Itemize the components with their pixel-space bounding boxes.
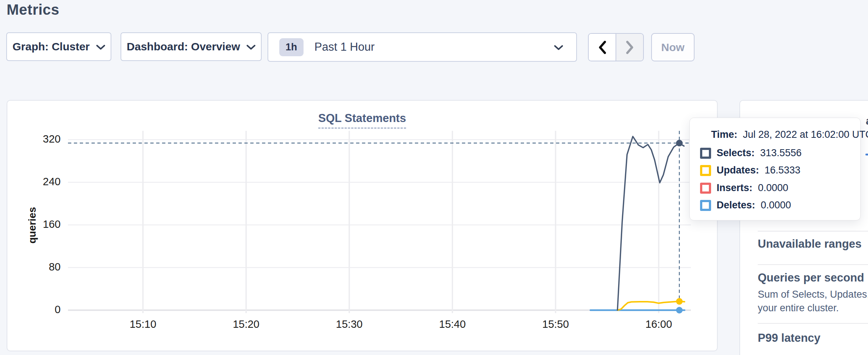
time-range-chip: 1h [279,38,304,56]
y-tick-label: 80 [15,261,61,273]
dashboard-dropdown-label: Dashboard: Overview [127,40,240,53]
tooltip-time-label: Time: [711,129,738,140]
x-tick-label: 15:50 [530,318,581,330]
tooltip-time-row: Time: Jul 28, 2022 at 16:02:00 UTC [711,129,868,140]
y-tick-label: 0 [15,304,61,316]
chart-hover-tooltip: Time: Jul 28, 2022 at 16:02:00 UTC Selec… [689,118,861,220]
y-tick-label: 160 [15,218,61,230]
tooltip-row-deletes: Deletes: 0.0000 [700,200,791,211]
tooltip-row-inserts: Inserts: 0.0000 [700,182,788,194]
tooltip-time-value: Jul 28, 2022 at 16:02:00 UTC [743,129,868,140]
clipped-heading-fragment: a [866,115,868,127]
chevron-down-icon [247,45,255,50]
chevron-down-icon [96,45,105,50]
time-range-picker[interactable]: 1h Past 1 Hour [268,32,577,62]
chart-title[interactable]: SQL Statements [318,112,406,129]
sidebar-item-p99-latency: P99 latency [758,331,821,345]
selects-series-swatch-icon [700,148,711,159]
tooltip-row-value: 16.5333 [765,165,801,176]
sidebar-item-description-line: your entire cluster. [758,302,839,314]
x-tick-label: 15:20 [220,318,272,330]
deletes-series-swatch-icon [700,200,711,211]
updates-series-swatch-icon [700,165,711,176]
tooltip-row-value: 313.5556 [760,147,802,159]
x-tick-label: 16:00 [633,318,685,330]
dashboard-dropdown[interactable]: Dashboard: Overview [121,32,262,61]
next-time-window-button[interactable] [616,34,643,61]
tooltip-row-updates: Updates: 16.5333 [700,165,800,176]
tooltip-row-value: 0.0000 [758,182,789,194]
tooltip-row-label: Selects: [717,147,755,159]
y-tick-label: 240 [15,176,61,188]
tooltip-row-label: Deletes: [717,200,755,211]
now-button[interactable]: Now [651,33,695,61]
x-tick-label: 15:10 [117,318,169,330]
now-button-label: Now [661,41,684,54]
tooltip-row-selects: Selects: 313.5556 [700,147,801,159]
divider [758,264,868,265]
time-step-button-group [588,33,644,61]
divider [758,231,868,232]
y-tick-label: 320 [15,133,61,145]
sidebar-item-unavailable-ranges: Unavailable ranges [758,237,862,251]
clipped-link-fragment [865,154,868,155]
sidebar-item-description-line: Sum of Selects, Updates, Inser [758,289,868,300]
chart-title-row: SQL Statements [7,112,718,129]
chevron-left-icon [598,41,606,54]
tooltip-row-label: Updates: [717,165,759,176]
tooltip-row-label: Inserts: [717,182,753,194]
x-tick-label: 15:30 [323,318,375,330]
chevron-right-icon [626,41,634,54]
graph-scope-dropdown-label: Graph: Cluster [12,40,90,53]
divider [758,323,868,324]
chart-plot-area[interactable] [68,131,691,313]
previous-time-window-button[interactable] [589,34,616,61]
page-title: Metrics [7,1,60,18]
sidebar-item-queries-per-second: Queries per second [758,271,864,284]
graph-scope-dropdown[interactable]: Graph: Cluster [6,32,111,61]
time-range-label: Past 1 Hour [315,40,375,54]
metrics-page: { "page": { "title": "Metrics" }, "toolb… [0,0,868,355]
x-tick-label: 15:40 [427,318,478,330]
chevron-down-icon [554,45,563,50]
tooltip-row-value: 0.0000 [761,200,791,211]
inserts-series-swatch-icon [700,183,711,194]
